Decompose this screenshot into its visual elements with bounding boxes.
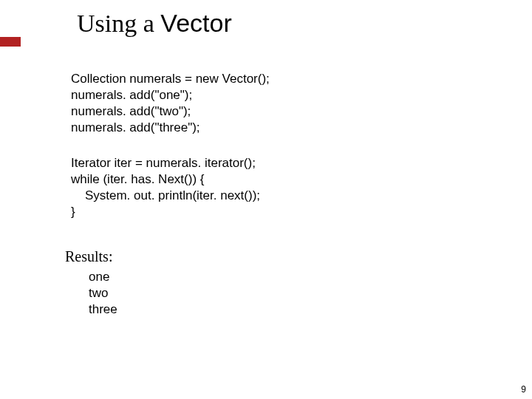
accent-bar xyxy=(0,37,21,47)
slide-title: Using a Vector xyxy=(77,9,232,38)
results-output: one two three xyxy=(89,269,117,318)
page-number: 9 xyxy=(521,384,526,395)
title-code: Vector xyxy=(160,9,231,37)
code-block-loop: Iterator iter = numerals. iterator(); wh… xyxy=(71,155,260,220)
title-prefix: Using a xyxy=(77,10,160,37)
slide: Using a Vector Collection numerals = new… xyxy=(0,0,532,399)
code-block-init: Collection numerals = new Vector(); nume… xyxy=(71,71,270,136)
results-label: Results: xyxy=(65,248,112,265)
